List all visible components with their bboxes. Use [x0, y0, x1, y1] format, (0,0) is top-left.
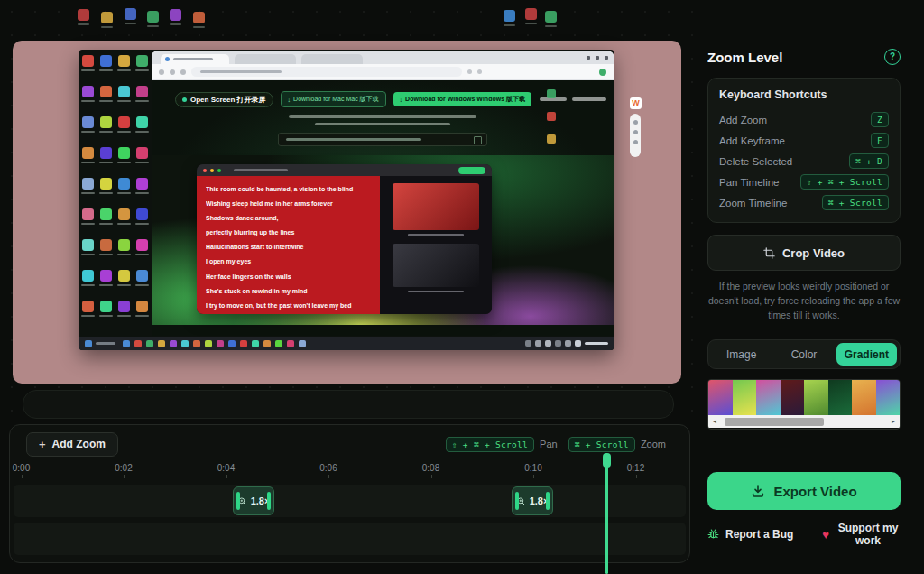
page-side-icons: [547, 89, 556, 144]
pan-shortcut-badge: ⇧ + ⌘ + Scroll: [446, 437, 534, 452]
desktop-icon: [82, 116, 94, 128]
desktop-icon: [147, 11, 159, 23]
shortcut-label: Add Keyframe: [719, 135, 785, 146]
shortcut-label: Pan Timeline: [719, 177, 779, 188]
desktop-icon: [100, 239, 112, 251]
gradient-swatch[interactable]: [804, 380, 828, 415]
crop-video-button[interactable]: Crop Video: [707, 235, 901, 271]
tab-image[interactable]: Image: [711, 343, 772, 366]
help-icon[interactable]: ?: [884, 49, 901, 65]
desktop-icon: [525, 8, 537, 20]
terminal-command-box: [278, 133, 487, 146]
shortcut-key-badge: ⌘ + Scroll: [822, 195, 889, 210]
gradient-swatch[interactable]: [828, 380, 853, 415]
tick-label: 0:06: [319, 463, 337, 473]
playhead-handle[interactable]: [603, 453, 611, 468]
zoom-track[interactable]: 1.8×1.8×: [14, 485, 686, 517]
desktop-icon: [118, 178, 130, 190]
record-icon: [182, 97, 187, 102]
gradient-swatch[interactable]: [876, 380, 901, 415]
site-brand: Open Screen 打开录屏: [175, 92, 273, 107]
scroll-right-arrow[interactable]: ►: [887, 415, 900, 428]
add-zoom-button[interactable]: + Add Zoom: [26, 432, 118, 457]
tab-gradient[interactable]: Gradient: [836, 343, 897, 366]
album-covers-panel: [380, 176, 492, 314]
lyrics-line: I open my eyes: [206, 255, 380, 269]
gradient-swatch[interactable]: [756, 380, 781, 415]
shortcut-label: Delete Selected: [719, 156, 792, 167]
close-traffic-light: [203, 169, 207, 172]
desktop-icon: [136, 208, 148, 220]
hero-gradient: This room could be haunted, a vision to …: [152, 155, 614, 325]
report-bug-button[interactable]: Report a Bug: [707, 528, 793, 541]
desktop-icon: [118, 86, 130, 97]
plus-icon: +: [39, 438, 46, 451]
desktop-icon: [136, 55, 148, 67]
tray-icon: [525, 340, 531, 347]
window-action-button: [458, 167, 485, 174]
desktop-icon: [118, 116, 130, 128]
timeline-ruler[interactable]: 0:000:020:040:060:080:100:12: [10, 463, 689, 479]
scroll-left-arrow[interactable]: ◄: [708, 415, 721, 428]
page-side-icon: [547, 112, 556, 121]
shortcuts-title: Keyboard Shortcuts: [719, 88, 889, 101]
shortcut-row: Zoom Timeline⌘ + Scroll: [719, 192, 889, 213]
scrollbar-thumb[interactable]: [725, 418, 824, 426]
tray-icon: [575, 340, 581, 347]
gradient-swatch[interactable]: [733, 380, 757, 415]
export-video-button[interactable]: Export Video: [707, 472, 901, 510]
back-icon: [159, 69, 164, 75]
desktop-icon: [100, 147, 112, 159]
gradient-picker: ◄ ►: [707, 379, 901, 430]
desktop-icon: [82, 270, 94, 282]
browser-tab: [301, 54, 363, 64]
desktop-icon: [101, 12, 113, 23]
desktop-icon: [193, 12, 205, 23]
desktop-icon: [82, 208, 94, 220]
keyboard-shortcuts-card: Keyboard Shortcuts Add ZoomZAdd Keyframe…: [707, 78, 901, 223]
download-windows-button: ↓Download for Windows Windows 版下载: [393, 92, 531, 106]
profile-avatar: [599, 69, 606, 76]
floating-toolbar: W: [630, 97, 642, 157]
zoom-block[interactable]: 1.8×: [233, 486, 274, 515]
gradient-swatch[interactable]: [852, 380, 876, 415]
shortcut-key-badge: ⇧ + ⌘ + Scroll: [800, 174, 889, 190]
tray-icon: [565, 340, 571, 347]
preview-dock: [23, 390, 674, 419]
lyrics-app-window: This room could be haunted, a vision to …: [197, 164, 492, 314]
browser-tab: [161, 54, 229, 64]
gradient-swatch[interactable]: [708, 380, 733, 415]
shortcut-row: Delete Selected⌘ + D: [719, 151, 889, 171]
zoom-block[interactable]: 1.8×: [512, 486, 553, 515]
minimize-traffic-light: [210, 169, 214, 172]
tab-color[interactable]: Color: [773, 343, 834, 366]
gradient-swatch[interactable]: [781, 380, 805, 415]
video-preview[interactable]: Open Screen 打开录屏 ↓Download for Mac Mac 版…: [13, 41, 681, 384]
playhead[interactable]: [605, 456, 608, 574]
bug-icon: [707, 529, 719, 541]
desktop-icon: [136, 147, 148, 159]
timeline-hints: ⇧ + ⌘ + Scroll Pan ⌘ + Scroll Zoom: [446, 437, 677, 452]
shortcut-label: Add Zoom: [719, 115, 767, 125]
gradient-scrollbar[interactable]: ◄ ►: [708, 415, 900, 428]
system-tray: [525, 340, 608, 347]
desktop-icon: [125, 8, 136, 20]
desktop-icon: [118, 270, 130, 282]
tick-label: 0:00: [13, 463, 30, 473]
taskbar: [79, 337, 614, 350]
support-link[interactable]: Support my work: [836, 522, 901, 548]
desktop-icon: [118, 55, 130, 67]
tray-icon: [545, 340, 551, 347]
recorder-toolbar: [630, 114, 641, 157]
desktop-icon: [78, 9, 89, 21]
zoom-in-icon: [237, 496, 247, 506]
desktop-icon: [136, 301, 148, 312]
desktop-icon: [545, 11, 557, 23]
video-stage[interactable]: Open Screen 打开录屏 ↓Download for Mac Mac 版…: [0, 0, 693, 422]
desktop-icon: [136, 116, 148, 128]
empty-track[interactable]: [14, 523, 686, 555]
album-cover: [393, 244, 479, 287]
taskbar-app-icon: [275, 340, 282, 347]
taskbar-app-icon: [263, 340, 271, 347]
taskbar-app-icon: [123, 340, 130, 347]
